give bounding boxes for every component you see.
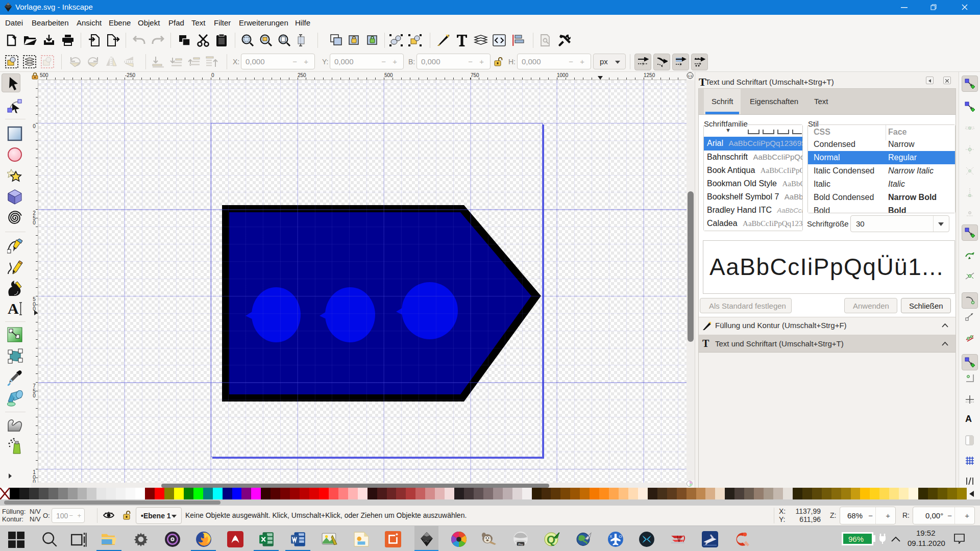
svg-text:O: O <box>619 534 622 539</box>
svg-text:Q: Q <box>547 533 555 546</box>
svg-text:1:1: 1:1 <box>688 74 693 78</box>
svg-text:A: A <box>8 300 19 317</box>
svg-text:A: A <box>965 414 972 424</box>
svg-text:Pro: Pro <box>518 543 523 546</box>
svg-text:X: X <box>609 534 612 539</box>
